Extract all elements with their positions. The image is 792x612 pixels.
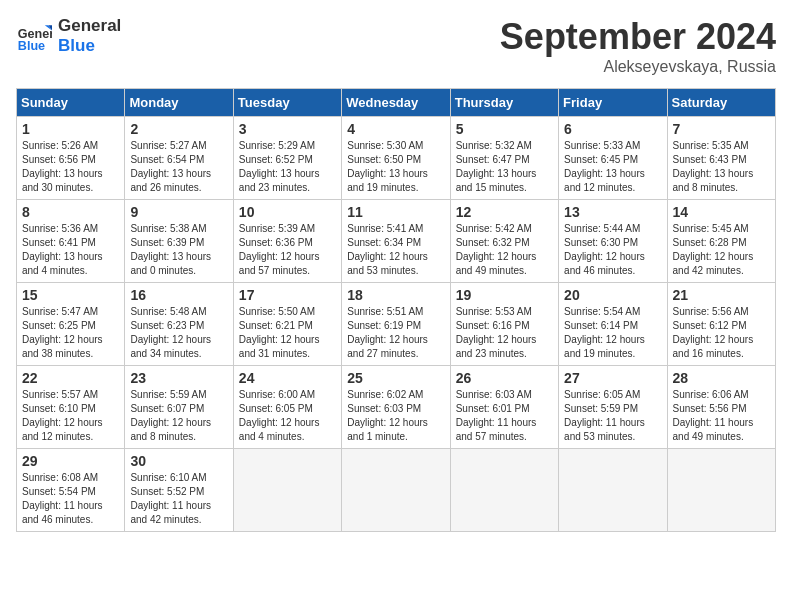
calendar-week-row: 29Sunrise: 6:08 AM Sunset: 5:54 PM Dayli… [17, 449, 776, 532]
day-info: Sunrise: 5:59 AM Sunset: 6:07 PM Dayligh… [130, 389, 211, 442]
calendar-cell: 30Sunrise: 6:10 AM Sunset: 5:52 PM Dayli… [125, 449, 233, 532]
day-info: Sunrise: 5:35 AM Sunset: 6:43 PM Dayligh… [673, 140, 754, 193]
calendar-cell: 2Sunrise: 5:27 AM Sunset: 6:54 PM Daylig… [125, 117, 233, 200]
calendar-week-row: 8Sunrise: 5:36 AM Sunset: 6:41 PM Daylig… [17, 200, 776, 283]
col-header-tuesday: Tuesday [233, 89, 341, 117]
day-info: Sunrise: 5:44 AM Sunset: 6:30 PM Dayligh… [564, 223, 645, 276]
calendar-table: SundayMondayTuesdayWednesdayThursdayFrid… [16, 88, 776, 532]
day-number: 11 [347, 204, 444, 220]
day-info: Sunrise: 5:27 AM Sunset: 6:54 PM Dayligh… [130, 140, 211, 193]
calendar-cell: 29Sunrise: 6:08 AM Sunset: 5:54 PM Dayli… [17, 449, 125, 532]
day-number: 19 [456, 287, 553, 303]
day-info: Sunrise: 5:54 AM Sunset: 6:14 PM Dayligh… [564, 306, 645, 359]
calendar-cell: 12Sunrise: 5:42 AM Sunset: 6:32 PM Dayli… [450, 200, 558, 283]
day-number: 13 [564, 204, 661, 220]
day-number: 4 [347, 121, 444, 137]
day-info: Sunrise: 6:03 AM Sunset: 6:01 PM Dayligh… [456, 389, 537, 442]
day-info: Sunrise: 5:56 AM Sunset: 6:12 PM Dayligh… [673, 306, 754, 359]
day-number: 15 [22, 287, 119, 303]
day-number: 16 [130, 287, 227, 303]
day-info: Sunrise: 6:02 AM Sunset: 6:03 PM Dayligh… [347, 389, 428, 442]
col-header-saturday: Saturday [667, 89, 775, 117]
day-number: 7 [673, 121, 770, 137]
day-info: Sunrise: 5:39 AM Sunset: 6:36 PM Dayligh… [239, 223, 320, 276]
day-number: 29 [22, 453, 119, 469]
logo-icon: General Blue [16, 18, 52, 54]
col-header-wednesday: Wednesday [342, 89, 450, 117]
day-info: Sunrise: 6:00 AM Sunset: 6:05 PM Dayligh… [239, 389, 320, 442]
day-number: 14 [673, 204, 770, 220]
col-header-sunday: Sunday [17, 89, 125, 117]
calendar-cell: 27Sunrise: 6:05 AM Sunset: 5:59 PM Dayli… [559, 366, 667, 449]
calendar-cell: 4Sunrise: 5:30 AM Sunset: 6:50 PM Daylig… [342, 117, 450, 200]
calendar-week-row: 1Sunrise: 5:26 AM Sunset: 6:56 PM Daylig… [17, 117, 776, 200]
day-info: Sunrise: 6:08 AM Sunset: 5:54 PM Dayligh… [22, 472, 103, 525]
col-header-monday: Monday [125, 89, 233, 117]
calendar-cell: 22Sunrise: 5:57 AM Sunset: 6:10 PM Dayli… [17, 366, 125, 449]
day-info: Sunrise: 6:10 AM Sunset: 5:52 PM Dayligh… [130, 472, 211, 525]
day-number: 12 [456, 204, 553, 220]
day-number: 5 [456, 121, 553, 137]
calendar-cell: 28Sunrise: 6:06 AM Sunset: 5:56 PM Dayli… [667, 366, 775, 449]
calendar-cell: 1Sunrise: 5:26 AM Sunset: 6:56 PM Daylig… [17, 117, 125, 200]
day-info: Sunrise: 5:26 AM Sunset: 6:56 PM Dayligh… [22, 140, 103, 193]
calendar-week-row: 22Sunrise: 5:57 AM Sunset: 6:10 PM Dayli… [17, 366, 776, 449]
calendar-cell: 14Sunrise: 5:45 AM Sunset: 6:28 PM Dayli… [667, 200, 775, 283]
day-info: Sunrise: 5:38 AM Sunset: 6:39 PM Dayligh… [130, 223, 211, 276]
calendar-cell: 26Sunrise: 6:03 AM Sunset: 6:01 PM Dayli… [450, 366, 558, 449]
location-title: Alekseyevskaya, Russia [500, 58, 776, 76]
logo-line2: Blue [58, 36, 121, 56]
day-info: Sunrise: 5:45 AM Sunset: 6:28 PM Dayligh… [673, 223, 754, 276]
calendar-header-row: SundayMondayTuesdayWednesdayThursdayFrid… [17, 89, 776, 117]
day-info: Sunrise: 6:06 AM Sunset: 5:56 PM Dayligh… [673, 389, 754, 442]
calendar-cell: 10Sunrise: 5:39 AM Sunset: 6:36 PM Dayli… [233, 200, 341, 283]
calendar-cell: 3Sunrise: 5:29 AM Sunset: 6:52 PM Daylig… [233, 117, 341, 200]
logo: General Blue General Blue [16, 16, 121, 57]
day-number: 25 [347, 370, 444, 386]
day-number: 28 [673, 370, 770, 386]
day-number: 6 [564, 121, 661, 137]
calendar-cell [667, 449, 775, 532]
calendar-body: 1Sunrise: 5:26 AM Sunset: 6:56 PM Daylig… [17, 117, 776, 532]
day-info: Sunrise: 5:57 AM Sunset: 6:10 PM Dayligh… [22, 389, 103, 442]
day-number: 1 [22, 121, 119, 137]
calendar-cell: 18Sunrise: 5:51 AM Sunset: 6:19 PM Dayli… [342, 283, 450, 366]
calendar-cell: 16Sunrise: 5:48 AM Sunset: 6:23 PM Dayli… [125, 283, 233, 366]
day-info: Sunrise: 5:36 AM Sunset: 6:41 PM Dayligh… [22, 223, 103, 276]
day-number: 24 [239, 370, 336, 386]
col-header-friday: Friday [559, 89, 667, 117]
calendar-cell: 21Sunrise: 5:56 AM Sunset: 6:12 PM Dayli… [667, 283, 775, 366]
day-info: Sunrise: 5:30 AM Sunset: 6:50 PM Dayligh… [347, 140, 428, 193]
month-title: September 2024 [500, 16, 776, 58]
col-header-thursday: Thursday [450, 89, 558, 117]
day-number: 18 [347, 287, 444, 303]
day-number: 10 [239, 204, 336, 220]
day-info: Sunrise: 5:32 AM Sunset: 6:47 PM Dayligh… [456, 140, 537, 193]
day-number: 20 [564, 287, 661, 303]
day-number: 22 [22, 370, 119, 386]
calendar-cell [233, 449, 341, 532]
day-number: 8 [22, 204, 119, 220]
day-info: Sunrise: 5:53 AM Sunset: 6:16 PM Dayligh… [456, 306, 537, 359]
day-number: 2 [130, 121, 227, 137]
day-info: Sunrise: 5:42 AM Sunset: 6:32 PM Dayligh… [456, 223, 537, 276]
title-block: September 2024 Alekseyevskaya, Russia [500, 16, 776, 76]
calendar-cell: 20Sunrise: 5:54 AM Sunset: 6:14 PM Dayli… [559, 283, 667, 366]
day-number: 9 [130, 204, 227, 220]
calendar-cell: 11Sunrise: 5:41 AM Sunset: 6:34 PM Dayli… [342, 200, 450, 283]
day-number: 26 [456, 370, 553, 386]
calendar-cell: 6Sunrise: 5:33 AM Sunset: 6:45 PM Daylig… [559, 117, 667, 200]
calendar-cell: 15Sunrise: 5:47 AM Sunset: 6:25 PM Dayli… [17, 283, 125, 366]
calendar-cell: 25Sunrise: 6:02 AM Sunset: 6:03 PM Dayli… [342, 366, 450, 449]
day-info: Sunrise: 5:48 AM Sunset: 6:23 PM Dayligh… [130, 306, 211, 359]
calendar-cell: 9Sunrise: 5:38 AM Sunset: 6:39 PM Daylig… [125, 200, 233, 283]
day-number: 30 [130, 453, 227, 469]
calendar-cell: 13Sunrise: 5:44 AM Sunset: 6:30 PM Dayli… [559, 200, 667, 283]
day-info: Sunrise: 6:05 AM Sunset: 5:59 PM Dayligh… [564, 389, 645, 442]
calendar-cell: 8Sunrise: 5:36 AM Sunset: 6:41 PM Daylig… [17, 200, 125, 283]
calendar-cell [450, 449, 558, 532]
calendar-cell: 5Sunrise: 5:32 AM Sunset: 6:47 PM Daylig… [450, 117, 558, 200]
day-number: 17 [239, 287, 336, 303]
calendar-cell [559, 449, 667, 532]
calendar-cell: 7Sunrise: 5:35 AM Sunset: 6:43 PM Daylig… [667, 117, 775, 200]
